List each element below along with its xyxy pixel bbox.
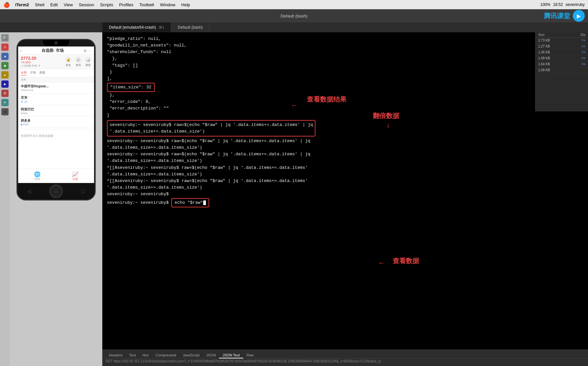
icon-qihuo[interactable]: 📊 期货 bbox=[85, 56, 91, 67]
menubar-user: seveniruby bbox=[566, 2, 585, 7]
error-code-line: }, bbox=[110, 92, 583, 99]
tab-bash[interactable]: Default (bash) bbox=[171, 22, 210, 32]
tab-bar: Default (emulator64-crash) ⌘1 Default (b… bbox=[0, 22, 588, 32]
stock-label: 上证指数 昨收 ▼ bbox=[21, 64, 41, 68]
login-text: 登录即可永久保存自选股 bbox=[21, 134, 53, 137]
menubar-scripts[interactable]: Scripts bbox=[98, 2, 115, 8]
sidebar-row-1: 1.27 KB Co bbox=[536, 44, 588, 49]
sidebar-size-3: 1.08 KB bbox=[538, 56, 550, 60]
cmd-3: seveniruby:~ seveniruby$ raw=$(echo "$ra… bbox=[107, 151, 583, 164]
bottom-tab-hex[interactable]: Hex bbox=[139, 352, 152, 358]
bottom-tab-json-text[interactable]: JSON Text bbox=[219, 352, 243, 358]
error-code-line2: "error_code": 0, bbox=[110, 99, 583, 105]
stock-item-2[interactable]: 阿里巴巴 BABA bbox=[18, 106, 94, 117]
menubar-window[interactable]: Window bbox=[158, 2, 177, 8]
phone-home-button[interactable]: ○ bbox=[49, 185, 63, 198]
phone-square-button[interactable]: □ bbox=[80, 188, 86, 195]
annotation-view-data: 查看数据 bbox=[393, 257, 419, 265]
stock-value: 2772.20 bbox=[21, 56, 41, 61]
play-button[interactable]: ▶ bbox=[573, 10, 585, 22]
cmd-2: seveniruby:~ seveniruby$ raw=$(echo "$ra… bbox=[107, 138, 583, 151]
items-size-highlight: "items_size": 32 bbox=[107, 83, 155, 92]
menubar-view[interactable]: View bbox=[62, 2, 75, 8]
nav-item-hangqing[interactable]: 📈 行情 bbox=[72, 171, 79, 181]
sidebar-size-4: 1.64 KB bbox=[538, 62, 550, 66]
cmd-empty-1: seveniruby:~ seveniruby$ bbox=[107, 191, 583, 198]
qihuo-label: 期货 bbox=[85, 63, 91, 67]
menubar-toolbelt[interactable]: Toolbelt bbox=[137, 2, 156, 8]
menubar-profiles[interactable]: Profiles bbox=[117, 2, 135, 8]
icon-zijin[interactable]: 💰 资金 bbox=[65, 56, 72, 67]
stock-name-2: 阿里巴巴 bbox=[21, 107, 34, 112]
json-line-3: "shareholder_funds": null bbox=[107, 49, 583, 55]
phone-nav-bar: 🌐 环球 📈 行情 bbox=[18, 168, 94, 183]
stock-item-3[interactable]: 拼多多 ■ PDD bbox=[18, 117, 94, 128]
cmd-line-4b: '.data.items_size+=.data.items_size') bbox=[107, 171, 583, 178]
dock-icon-finder[interactable]: 🔍 bbox=[1, 34, 9, 42]
tab-emulator[interactable]: Default (emulator64-crash) ⌘1 bbox=[102, 22, 171, 32]
sidebar-suffix-1: Co bbox=[581, 45, 585, 48]
filter-tab-meigui[interactable]: 美股 bbox=[39, 71, 45, 76]
final-prompt: seveniruby:~ seveniruby$ bbox=[107, 199, 169, 206]
bottom-tab-text[interactable]: Text bbox=[126, 352, 139, 358]
phone-camera bbox=[54, 41, 58, 45]
app-title: 自选股· bbox=[42, 48, 54, 53]
sidebar-suffix-0: Co bbox=[581, 39, 585, 42]
filter-tab-hushen[interactable]: 沪深 bbox=[30, 71, 36, 76]
apple-menu[interactable]: 🍎 bbox=[3, 2, 10, 8]
nav-label-huanqiu: 环球 bbox=[35, 177, 40, 181]
tab-emulator-label: Default (emulator64-crash) bbox=[109, 25, 156, 30]
menubar-iterm2[interactable]: iTerm2 bbox=[13, 2, 31, 8]
phone-container: ‹ 自选股· 市场 ⊕ ··· 2772.20 bbox=[16, 39, 96, 200]
dock-icon-4[interactable]: ▲ bbox=[1, 71, 9, 78]
menubar-edit[interactable]: Edit bbox=[49, 2, 60, 8]
final-cmd-line: seveniruby:~ seveniruby$ echo "$raw" bbox=[107, 198, 583, 207]
back-nav-icon[interactable]: ‹ bbox=[20, 48, 22, 53]
cmd-line-3a: seveniruby:~ seveniruby$ raw=$(echo "$ra… bbox=[107, 151, 583, 158]
search-icon[interactable]: ⊕ bbox=[83, 48, 87, 53]
sidebar-header: Size Sta bbox=[536, 32, 588, 38]
zijin-label: 资金 bbox=[66, 63, 71, 67]
cmd-5: ^[[Aseveniruby:~ seveniruby$ raw=$(echo … bbox=[107, 178, 583, 191]
app-nav-bar: ‹ 自选股· 市场 ⊕ ··· bbox=[18, 46, 94, 54]
dock-icon-1[interactable]: A bbox=[1, 44, 9, 51]
stock-info-2: 阿里巴巴 BABA bbox=[21, 107, 34, 115]
dock-icon-5[interactable]: ▶ bbox=[1, 80, 9, 88]
menubar-help[interactable]: Help bbox=[179, 2, 192, 8]
bottom-tab-javascript[interactable]: JavaScript bbox=[180, 352, 203, 358]
bottom-tab-headers[interactable]: Headers bbox=[106, 352, 126, 358]
stock-item-1[interactable]: 京东 京 JD bbox=[18, 94, 94, 106]
dock-icon-6[interactable]: ⚙ bbox=[1, 90, 9, 97]
menubar-session[interactable]: Session bbox=[77, 2, 96, 8]
bottom-tab-compressed[interactable]: Compressed bbox=[152, 352, 179, 358]
phone-back-button[interactable]: ◁ bbox=[26, 188, 33, 195]
bottom-tab-raw[interactable]: Raw bbox=[243, 352, 257, 358]
stock-info-0: 中国平安Hogwar... SH601318 bbox=[21, 84, 49, 92]
cmd-line-1a: seveniruby:~ seveniruby$ raw=$(echo "$ra… bbox=[110, 122, 313, 128]
filter-tab-all[interactable]: 全部 bbox=[21, 71, 27, 76]
sidebar-size-5: 1.08 KB bbox=[538, 68, 550, 72]
sidebar-row-2: 1.36 KB Co bbox=[536, 49, 588, 55]
stock-item-0[interactable]: 中国平安Hogwar... SH601318 bbox=[18, 82, 94, 94]
nav-item-huanqiu[interactable]: 🌐 环球 bbox=[34, 171, 41, 181]
zixun-label: 资讯 bbox=[76, 63, 81, 67]
dots-icon[interactable]: ··· bbox=[89, 48, 92, 53]
icon-zixun[interactable]: 📰 资讯 bbox=[75, 56, 82, 67]
menubar-shell[interactable]: Shell bbox=[33, 2, 47, 8]
dock-icon-2[interactable]: ◈ bbox=[1, 53, 9, 60]
left-panel: 🔍 A ◈ ◉ ▲ ▶ ⚙ ✦ ⬛ ‹ 自选股· bbox=[0, 32, 102, 366]
bottom-tab-json[interactable]: JSON bbox=[203, 352, 219, 358]
phone-device: ‹ 自选股· 市场 ⊕ ··· 2772.20 bbox=[16, 39, 96, 200]
dock-icon-8[interactable]: ⬛ bbox=[1, 108, 9, 115]
terminal-panel[interactable]: "pledge_ratio": null, "goodwill_in_net_a… bbox=[102, 32, 588, 366]
items-size-line-container: "items_size": 32 bbox=[107, 83, 583, 92]
sidebar-suffix-3: Co bbox=[581, 56, 585, 60]
bottom-tabs: Headers Text Hex Compressed JavaScript J… bbox=[102, 352, 588, 359]
dock-icon-3[interactable]: ◉ bbox=[1, 62, 9, 69]
app-title-market: 市场 bbox=[56, 48, 64, 53]
json-line-6: } bbox=[110, 69, 583, 76]
filter-tabs: 全部 沪深 美股 bbox=[18, 69, 94, 77]
stock-code-2: BABA bbox=[21, 112, 34, 115]
bottom-bar: Headers Text Hex Compressed JavaScript J… bbox=[102, 350, 588, 366]
dock-icon-7[interactable]: ✦ bbox=[1, 99, 9, 106]
